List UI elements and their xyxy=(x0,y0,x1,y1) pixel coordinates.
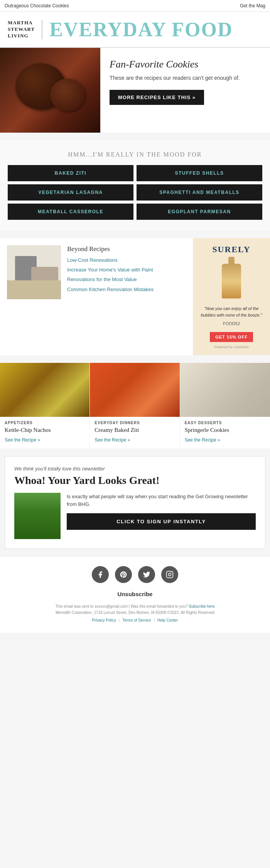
beyond-link-2[interactable]: Increase Your Home's Value with Paint xyxy=(67,266,186,273)
recipes-grid: APPETIZERS Kettle-Chip Nachos See the Re… xyxy=(0,363,270,448)
mood-item-eggplant[interactable]: EGGPLANT PARMESAN xyxy=(137,204,262,220)
svg-point-2 xyxy=(171,573,172,573)
instagram-icon[interactable] xyxy=(161,566,178,583)
mood-item-vegetarian-lasagna[interactable]: VEGETARIAN LASAGNA xyxy=(8,184,133,201)
help-center-link[interactable]: Help Center xyxy=(157,618,178,622)
publication-title: EVERYDAY FOOD xyxy=(49,18,233,41)
svg-rect-0 xyxy=(167,571,173,578)
subscribe-here-link[interactable]: Subscribe here xyxy=(189,604,214,608)
recipe-nachos-category: APPETIZERS xyxy=(5,421,85,425)
beyond-link-3[interactable]: Renovations for the Most Value xyxy=(67,276,186,283)
mood-item-meatball-casserole[interactable]: MEATBALL CASSEROLE xyxy=(8,204,133,220)
ad-bottle xyxy=(222,264,241,298)
recipe-ziti-image xyxy=(90,363,179,417)
unsubscribe-link[interactable]: Unsubscribe xyxy=(0,591,270,597)
recipe-nachos-name: Kettle-Chip Nachos xyxy=(5,426,85,434)
hero-title: Fan-Favorite Cookies xyxy=(110,59,261,70)
newsletter-text: Is exactly what people will say when you… xyxy=(67,493,256,539)
recipe-ziti-body: EVERYDAY DINNERS Creamy Baked Ziti See t… xyxy=(90,417,179,448)
ad-quote: "Now you can enjoy all of the bubbles wi… xyxy=(199,305,264,318)
ad-brand: SURELY xyxy=(212,244,250,255)
recipe-card-ziti: EVERYDAY DINNERS Creamy Baked Ziti See t… xyxy=(90,363,180,448)
terms-link[interactable]: Terms of Service xyxy=(122,618,151,622)
beyond-title: Beyond Recipes xyxy=(67,245,186,253)
footer-links: Privacy Policy | Terms of Service | Help… xyxy=(8,617,262,624)
recipe-cookies-body: EASY DESSERTS Springerle Cookies See the… xyxy=(180,417,270,448)
mood-item-spaghetti[interactable]: SPAGHETTI AND MEATBALLS xyxy=(137,184,262,201)
mood-item-stuffed-shells[interactable]: STUFFED SHELLS xyxy=(137,165,262,181)
mood-section: HMM...I'M REALLY IN THE MOOD FOR BAKED Z… xyxy=(0,140,270,231)
social-footer: Unsubscribe This email was sent to xxxxx… xyxy=(0,556,270,633)
twitter-icon[interactable] xyxy=(138,566,155,583)
newsletter-section: We think you'll totally love this newsle… xyxy=(5,456,265,549)
mood-title: HMM...I'M REALLY IN THE MOOD FOR xyxy=(8,151,262,158)
room-sofa xyxy=(31,267,58,280)
mood-grid: BAKED ZITI STUFFED SHELLS VEGETARIAN LAS… xyxy=(8,165,262,220)
recipe-nachos-image xyxy=(0,363,89,417)
beyond-links: Beyond Recipes Low-Cost Renovations Incr… xyxy=(67,245,186,348)
beyond-link-4[interactable]: Common Kitchen Renovation Mistakes xyxy=(67,286,186,293)
recipe-cookies-category: EASY DESSERTS xyxy=(185,421,265,425)
newsletter-description: Is exactly what people will say when you… xyxy=(67,493,256,508)
newsletter-headline: Whoa! Your Yard Looks Great! xyxy=(14,474,256,487)
social-icons xyxy=(0,566,270,583)
newsletter-intro: We think you'll totally love this newsle… xyxy=(14,466,256,472)
cookie-visual xyxy=(12,56,89,125)
beyond-section: Beyond Recipes Low-Cost Renovations Incr… xyxy=(0,238,270,355)
cookie-small xyxy=(50,79,85,111)
facebook-icon[interactable] xyxy=(92,566,109,583)
ad-block: SURELY "Now you can enjoy all of the bub… xyxy=(193,238,270,355)
room-visual xyxy=(7,245,61,299)
recipe-card-cookies: EASY DESSERTS Springerle Cookies See the… xyxy=(180,363,270,448)
hero-section: Fan-Favorite Cookies These are the recip… xyxy=(0,48,270,133)
pinterest-icon[interactable] xyxy=(115,566,132,583)
top-bar-right-link[interactable]: Get the Mag xyxy=(240,3,265,8)
brand-name: MARTHA STEWART LIVING xyxy=(8,20,42,39)
privacy-policy-link[interactable]: Privacy Policy xyxy=(92,618,116,622)
person-visual xyxy=(14,493,61,539)
newsletter-signup-button[interactable]: CLICK TO SIGN UP INSTANTLY xyxy=(67,513,256,530)
svg-point-1 xyxy=(169,573,171,576)
recipes-section: APPETIZERS Kettle-Chip Nachos See the Re… xyxy=(0,363,270,448)
beyond-left: Beyond Recipes Low-Cost Renovations Incr… xyxy=(0,238,193,355)
newsletter-image xyxy=(14,493,61,539)
mood-item-baked-ziti[interactable]: BAKED ZITI xyxy=(8,165,133,181)
top-bar-left-link[interactable]: Outrageous Chocolate Cookies xyxy=(5,3,69,8)
ad-bottle-neck xyxy=(228,257,235,265)
recipe-nachos-link[interactable]: See the Recipe » xyxy=(5,437,40,443)
hero-content: Fan-Favorite Cookies These are the recip… xyxy=(100,48,270,133)
top-bar: Outrageous Chocolate Cookies Get the Mag xyxy=(0,0,270,12)
hero-image xyxy=(0,48,100,133)
ad-source: FOOD52 xyxy=(223,321,240,326)
recipe-nachos-body: APPETIZERS Kettle-Chip Nachos See the Re… xyxy=(0,417,89,448)
header: MARTHA STEWART LIVING EVERYDAY FOOD xyxy=(0,12,270,48)
room-floor xyxy=(7,280,61,299)
recipe-ziti-link[interactable]: See the Recipe » xyxy=(94,437,130,443)
recipe-card-nachos: APPETIZERS Kettle-Chip Nachos See the Re… xyxy=(0,363,90,448)
more-recipes-button[interactable]: MORE RECIPES LIKE THIS » xyxy=(110,90,204,105)
newsletter-body: Is exactly what people will say when you… xyxy=(14,493,256,539)
beyond-image xyxy=(7,245,61,299)
ad-cta-button[interactable]: GET 15% OFF xyxy=(210,332,253,342)
beyond-link-1[interactable]: Low-Cost Renovations xyxy=(67,257,186,264)
footer-legal-line1: This email was sent to xxxxxx@gmail.com … xyxy=(55,604,187,608)
recipe-cookies-image xyxy=(180,363,270,417)
recipe-ziti-name: Creamy Baked Ziti xyxy=(94,426,175,434)
hero-description: These are the recipes our readers can't … xyxy=(110,74,261,82)
recipe-cookies-link[interactable]: See the Recipe » xyxy=(185,437,220,443)
footer-legal-line2: Meredith Corporation, 1716 Locust Street… xyxy=(8,610,262,616)
footer-legal: This email was sent to xxxxxx@gmail.com … xyxy=(0,603,270,624)
recipe-cookies-name: Springerle Cookies xyxy=(185,426,265,434)
ad-powered-by: Powered by LiveIntent xyxy=(214,345,248,349)
recipe-ziti-category: EVERYDAY DINNERS xyxy=(94,421,175,425)
